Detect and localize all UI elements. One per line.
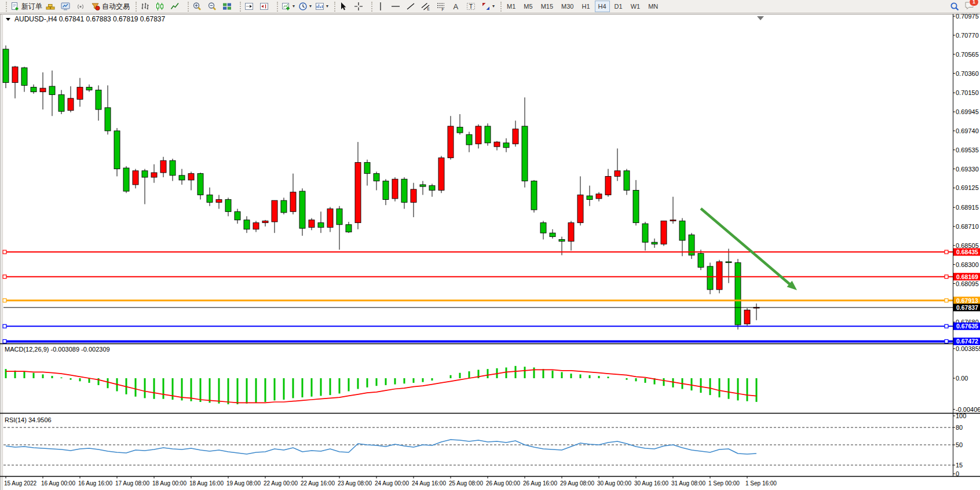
line-chart-button[interactable] <box>169 0 184 13</box>
bar-chart-button[interactable] <box>138 0 153 13</box>
toolbar-grip[interactable] <box>2 2 7 12</box>
line-handle[interactable] <box>3 250 6 254</box>
notifications-button[interactable]: 1 <box>964 1 975 12</box>
time-axis-label: 1 Sep 16:00 <box>745 480 777 487</box>
vertical-line-icon <box>376 2 385 11</box>
cursor-icon <box>339 2 348 11</box>
new-chart-button[interactable]: ▾ <box>280 0 297 13</box>
new-order-button[interactable]: 新订单 <box>9 0 44 13</box>
gold-button[interactable] <box>44 0 59 13</box>
vertical-line-button[interactable] <box>374 0 389 13</box>
time-axis-label: 19 Aug 08:00 <box>226 480 261 487</box>
zoom-in-icon <box>192 2 202 11</box>
chart-shift-marker[interactable] <box>757 16 764 20</box>
trendline-icon <box>406 2 415 11</box>
search-icon[interactable] <box>950 2 960 12</box>
auto-trading-button[interactable]: 自动交易 <box>89 0 131 13</box>
candle <box>12 67 18 82</box>
zoom-in-button[interactable] <box>191 0 206 13</box>
signals-button[interactable] <box>74 0 89 13</box>
line-handle[interactable] <box>945 299 948 302</box>
toolbar-grip[interactable] <box>132 2 137 12</box>
fibonacci-button[interactable]: F <box>434 0 449 13</box>
candle <box>670 220 676 221</box>
profiles-button[interactable]: ▾ <box>313 0 330 13</box>
line-handle[interactable] <box>3 299 6 302</box>
timeframe-M5[interactable]: M5 <box>520 1 536 12</box>
candle <box>615 171 620 177</box>
new-order-icon <box>10 2 20 11</box>
candle <box>355 162 361 222</box>
toolbar-grip[interactable] <box>331 2 335 12</box>
candle <box>587 196 593 199</box>
auto-scroll-button[interactable] <box>243 0 258 13</box>
toolbar-grip[interactable] <box>497 2 502 12</box>
timeframe-H1[interactable]: H1 <box>578 1 593 12</box>
chart-menu-icon[interactable] <box>6 18 10 21</box>
rsi-line <box>6 440 756 454</box>
trendline-button[interactable] <box>404 0 419 13</box>
trend-arrow-object[interactable] <box>701 209 790 284</box>
toolbar-grip[interactable] <box>273 2 278 12</box>
line-handle[interactable] <box>945 339 948 343</box>
timeframe-MN[interactable]: MN <box>645 1 661 12</box>
horizontal-line-button[interactable] <box>389 0 404 13</box>
candle <box>318 223 324 228</box>
horizontal-line-icon <box>391 2 400 11</box>
equidistant-channel-button[interactable]: E <box>419 0 434 13</box>
timeframe-D1[interactable]: D1 <box>611 1 626 12</box>
candle <box>262 221 268 222</box>
candle <box>133 171 138 185</box>
candle <box>698 253 704 267</box>
candle <box>624 171 630 191</box>
clock-icon <box>298 2 308 11</box>
candle <box>142 171 148 177</box>
terminal-button[interactable] <box>59 0 74 13</box>
terminal-icon <box>61 2 70 11</box>
candle <box>401 179 407 202</box>
line-handle[interactable] <box>945 250 948 254</box>
candle <box>679 221 685 240</box>
zoom-out-button[interactable] <box>206 0 221 13</box>
timeframe-M30[interactable]: M30 <box>558 1 577 12</box>
auto-scroll-icon <box>244 2 254 11</box>
toolbar-right: 1 <box>950 1 978 12</box>
candle <box>577 195 583 223</box>
time-axis-label: 24 Aug 00:00 <box>375 480 409 487</box>
channel-icon: E <box>421 2 430 11</box>
timeframe-H4[interactable]: H4 <box>595 1 610 12</box>
crosshair-button[interactable] <box>352 0 367 13</box>
price-tick-label: 0.68710 <box>956 223 979 230</box>
candle <box>337 209 342 225</box>
price-tag-label: 0.67913 <box>956 297 978 304</box>
auto-trading-label: 自动交易 <box>102 2 130 12</box>
line-handle[interactable] <box>3 339 6 343</box>
chart-shift-button[interactable] <box>258 0 273 13</box>
timeframe-W1[interactable]: W1 <box>627 1 644 12</box>
period-clock-button[interactable]: ▾ <box>297 0 313 13</box>
candle <box>68 98 74 111</box>
toolbar-grip[interactable] <box>368 2 372 12</box>
timeframe-M15[interactable]: M15 <box>537 1 557 12</box>
candle <box>383 181 389 199</box>
tile-windows-button[interactable] <box>221 0 236 13</box>
candlestick-chart-button[interactable] <box>153 0 169 13</box>
text-label-button[interactable]: T <box>465 0 480 13</box>
line-handle[interactable] <box>3 324 6 328</box>
arrows-button[interactable]: ▾ <box>480 0 496 13</box>
svg-text:A: A <box>454 2 459 11</box>
text-button[interactable]: A <box>449 0 465 13</box>
time-axis-label: 24 Aug 16:00 <box>412 480 446 487</box>
toolbar-grip[interactable] <box>184 2 189 12</box>
line-handle[interactable] <box>3 275 6 279</box>
line-handle[interactable] <box>945 275 948 279</box>
candle <box>420 185 426 187</box>
cursor-button[interactable] <box>337 0 352 13</box>
line-handle[interactable] <box>945 324 948 328</box>
candle <box>179 175 185 180</box>
chart-window[interactable]: 0.709750.707700.705650.703600.701500.699… <box>0 0 980 490</box>
time-axis-label: 30 Aug 16:00 <box>634 480 668 487</box>
candle <box>476 126 481 144</box>
toolbar-grip[interactable] <box>236 2 241 12</box>
timeframe-M1[interactable]: M1 <box>503 1 519 12</box>
